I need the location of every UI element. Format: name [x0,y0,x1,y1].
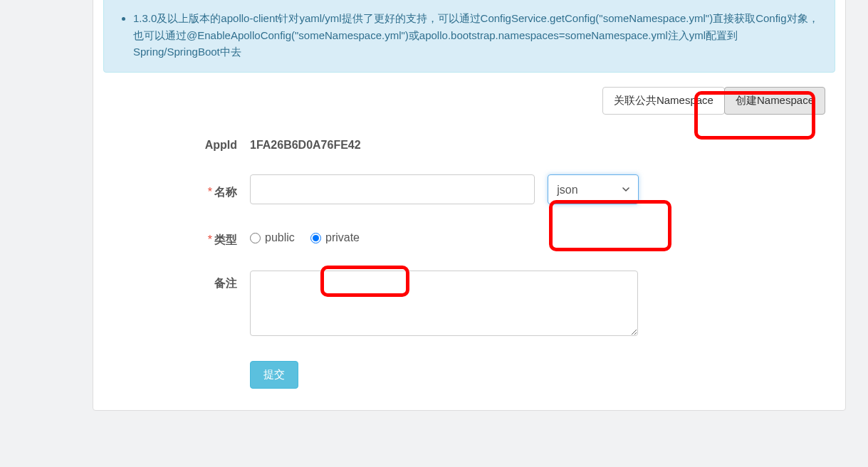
radio-private-input[interactable] [310,233,321,243]
radio-public-input[interactable] [250,233,261,243]
name-input[interactable] [250,174,535,204]
namespace-mode-toggle: 关联公共Namespace创建Namespace [93,87,825,115]
namespace-form: AppId 1FA26B6D0A76FE42 *名称 json *类型 [108,133,831,389]
type-row: *类型 public private [108,227,831,248]
create-namespace-panel: xxxxxxxxx 1.3.0及以上版本的apollo-client针对yaml… [93,0,846,411]
name-label: *名称 [108,179,250,200]
submit-button[interactable]: 提交 [250,361,298,389]
info-bullet: 1.3.0及以上版本的apollo-client针对yaml/yml提供了更好的… [133,10,824,60]
appid-label: AppId [108,133,250,152]
remark-textarea[interactable] [250,271,638,336]
radio-public[interactable]: public [250,231,295,244]
link-public-namespace-button[interactable]: 关联公共Namespace [602,87,725,115]
radio-private[interactable]: private [310,231,360,244]
remark-label: 备注 [108,271,250,291]
appid-value: 1FA26B6D0A76FE42 [250,133,831,152]
remark-row: 备注 [108,271,831,338]
create-namespace-button[interactable]: 创建Namespace [724,87,825,115]
name-row: *名称 json [108,174,831,204]
type-label: *类型 [108,227,250,248]
appid-row: AppId 1FA26B6D0A76FE42 [108,133,831,152]
format-select[interactable]: json [548,174,639,204]
info-alert: xxxxxxxxx 1.3.0及以上版本的apollo-client针对yaml… [103,0,835,73]
